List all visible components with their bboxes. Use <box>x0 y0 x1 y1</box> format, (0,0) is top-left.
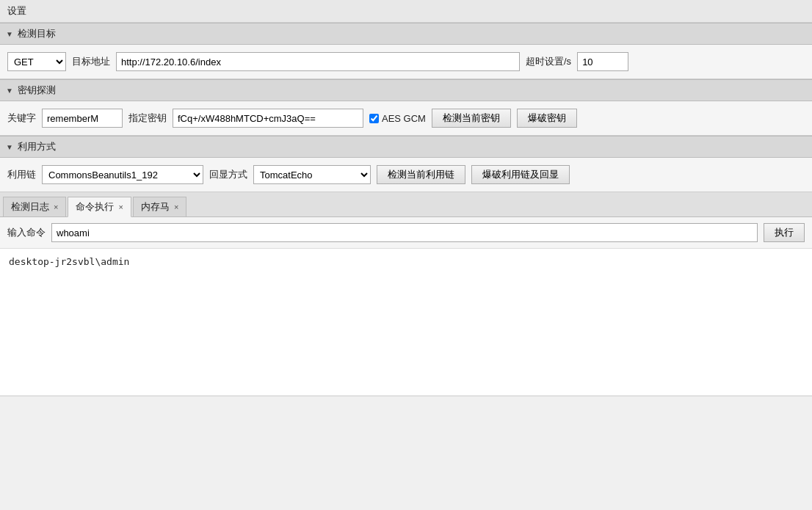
output-text: desktop-jr2svbl\admin <box>9 256 129 267</box>
echo-select[interactable]: TomcatEcho WeblogicEcho NoEcho <box>253 165 371 184</box>
tabs-bar: 检测日志 × 命令执行 × 内存马 × <box>0 192 812 217</box>
section3-header: ▼ 利用方式 <box>0 136 812 158</box>
tab-cmd[interactable]: 命令执行 × <box>68 197 131 217</box>
cmd-bar: 输入命令 执行 <box>0 217 812 249</box>
section2-arrow: ▼ <box>6 87 13 95</box>
method-select[interactable]: GET POST PUT <box>7 52 66 71</box>
tab-memory[interactable]: 内存马 × <box>133 197 186 217</box>
tab-log-close[interactable]: × <box>54 203 58 211</box>
title-text: 设置 <box>7 5 26 16</box>
aesgcm-checkbox[interactable] <box>369 114 379 123</box>
aesgcm-label: AES GCM <box>382 113 426 124</box>
speckey-label: 指定密钥 <box>128 112 167 125</box>
section1-title: 检测目标 <box>18 27 56 40</box>
url-input[interactable] <box>116 52 520 71</box>
section1-body: GET POST PUT 目标地址 超时设置/s <box>0 45 812 79</box>
tab-memory-label: 内存马 <box>141 200 170 214</box>
section3-arrow: ▼ <box>6 143 13 151</box>
tab-log[interactable]: 检测日志 × <box>3 197 66 217</box>
tab-cmd-close[interactable]: × <box>118 203 123 211</box>
url-label: 目标地址 <box>72 55 110 68</box>
detect-key-button[interactable]: 检测当前密钥 <box>432 109 511 128</box>
timeout-label: 超时设置/s <box>526 55 571 68</box>
timeout-input[interactable] <box>577 52 628 71</box>
execute-button[interactable]: 执行 <box>764 223 805 242</box>
detect-chain-button[interactable]: 检测当前利用链 <box>377 165 465 184</box>
section2-body: 关键字 指定密钥 AES GCM 检测当前密钥 爆破密钥 <box>0 101 812 136</box>
keyword-input[interactable] <box>42 109 123 128</box>
tab-log-label: 检测日志 <box>11 200 49 214</box>
title-bar: 设置 <box>0 0 812 23</box>
chain-label: 利用链 <box>7 168 36 181</box>
brute-key-button[interactable]: 爆破密钥 <box>517 109 577 128</box>
section1-header: ▼ 检测目标 <box>0 23 812 45</box>
tab-content: 输入命令 执行 desktop-jr2svbl\admin <box>0 217 812 396</box>
cmd-input[interactable] <box>51 223 758 242</box>
output-area: desktop-jr2svbl\admin <box>0 249 812 396</box>
brute-chain-button[interactable]: 爆破利用链及回显 <box>471 165 570 184</box>
section1-arrow: ▼ <box>6 30 13 38</box>
cmd-input-label: 输入命令 <box>7 226 46 239</box>
section3-title: 利用方式 <box>18 140 56 153</box>
section2-header: ▼ 密钥探测 <box>0 79 812 101</box>
tab-cmd-label: 命令执行 <box>76 200 114 214</box>
keyword-label: 关键字 <box>7 112 36 125</box>
section2-title: 密钥探测 <box>18 84 56 97</box>
speckey-input[interactable] <box>173 109 363 128</box>
aesgcm-checkbox-area: AES GCM <box>369 113 426 124</box>
echo-label: 回显方式 <box>209 168 247 181</box>
tab-memory-close[interactable]: × <box>174 203 178 211</box>
chain-select[interactable]: CommonsBeanutils1_192 CommonsBeanutils1_… <box>42 165 203 184</box>
section3-body: 利用链 CommonsBeanutils1_192 CommonsBeanuti… <box>0 158 812 192</box>
